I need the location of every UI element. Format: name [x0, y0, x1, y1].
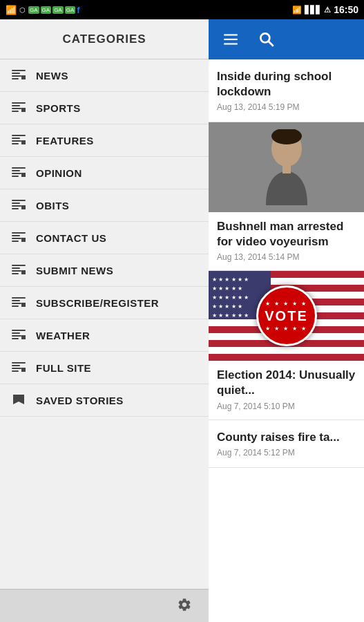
news-date-4: Aug 7, 2014 5:12 PM [217, 448, 356, 458]
svg-rect-19 [21, 173, 26, 177]
svg-rect-0 [12, 70, 26, 71]
sidebar-item-fullsite[interactable]: FULL SITE [0, 352, 209, 384]
phone-icon: 📶 [6, 5, 17, 15]
news-title-4: County raises fire ta... [217, 430, 356, 445]
sidebar-item-obits[interactable]: OBITS [0, 189, 209, 222]
svg-rect-29 [21, 238, 26, 242]
svg-rect-48 [12, 370, 19, 372]
news-title-1: Inside during school lockdown [217, 69, 356, 100]
opinion-icon [11, 167, 26, 179]
svg-rect-32 [12, 270, 21, 272]
svg-rect-46 [12, 365, 20, 366]
svg-rect-11 [12, 138, 20, 139]
settings-button[interactable] [171, 592, 198, 621]
sidebar-item-contact[interactable]: CONTACT US [0, 222, 209, 254]
subscribe-icon [11, 296, 26, 309]
sidebar-item-subscribe-label: SUBSCRIBE/REGISTER [36, 297, 159, 309]
status-bar: 📶 ⬡ GA GA GA GA f 📶 ▋▋▋ ⚠ 16:50 [0, 0, 364, 19]
svg-text:★ ★ ★ ★ ★ ★: ★ ★ ★ ★ ★ ★ [212, 294, 249, 301]
svg-rect-14 [21, 140, 26, 144]
sidebar-item-weather[interactable]: WEATHER [0, 319, 209, 352]
news-item-3[interactable]: ★ ★ ★ ★ ★ ★ ★ ★ ★ ★ ★ ★ ★ ★ ★ ★ ★ ★ ★ ★ … [209, 271, 364, 420]
vote-text: VOTE [265, 308, 307, 324]
svg-rect-22 [12, 205, 21, 207]
svg-text:★ ★ ★ ★ ★ ★: ★ ★ ★ ★ ★ ★ [212, 276, 249, 283]
signal-bars-icon: ▋▋▋ [305, 6, 321, 15]
time-display: 16:50 [334, 4, 358, 15]
svg-rect-8 [12, 111, 19, 112]
submit-icon [11, 264, 26, 276]
sidebar-item-submit-label: SUBMIT NEWS [36, 265, 113, 276]
vote-stars-bottom: ★ ★ ★ ★ ★ [265, 326, 308, 332]
saved-icon [11, 394, 26, 406]
svg-rect-3 [12, 78, 19, 79]
sidebar-item-features-label: FEATURES [36, 135, 94, 147]
sidebar-item-news[interactable]: NEWS [0, 59, 209, 92]
svg-rect-6 [12, 105, 20, 106]
app-icons: GA GA GA GA f [28, 5, 80, 15]
news-icon [11, 69, 26, 82]
sidebar-item-obits-label: OBITS [36, 200, 69, 211]
main-container: CATEGORIES NEWS [0, 19, 364, 622]
svg-rect-42 [12, 335, 21, 337]
obits-icon [11, 199, 26, 211]
sidebar-item-sports-label: SPORTS [36, 102, 81, 114]
svg-text:★ ★ ★ ★ ★: ★ ★ ★ ★ ★ [212, 285, 242, 292]
sidebar-item-opinion[interactable]: OPINION [0, 157, 209, 189]
svg-rect-40 [12, 330, 26, 331]
vote-stars: ★ ★ ★ ★ ★ [265, 301, 308, 307]
news-item-1[interactable]: Inside during school lockdown Aug 13, 20… [209, 59, 364, 122]
news-item-2[interactable]: Bushnell man arrested for video voyeuris… [209, 122, 364, 271]
svg-rect-26 [12, 235, 20, 236]
news-list: Inside during school lockdown Aug 13, 20… [209, 59, 364, 622]
svg-rect-51 [224, 39, 238, 40]
sidebar-header: CATEGORIES [0, 19, 209, 59]
svg-rect-43 [12, 338, 19, 339]
menu-button[interactable] [214, 23, 247, 56]
svg-point-53 [260, 33, 269, 42]
search-button[interactable] [250, 23, 283, 56]
svg-rect-23 [12, 208, 19, 209]
fullsite-icon [11, 361, 26, 374]
svg-rect-24 [21, 205, 26, 209]
sidebar-item-saved[interactable]: SAVED STORIES [0, 384, 209, 417]
alert-icon: ⚠ [324, 6, 331, 15]
sidebar-item-sports[interactable]: SPORTS [0, 92, 209, 124]
weather-icon [11, 329, 26, 341]
svg-rect-34 [21, 270, 26, 274]
sidebar-item-features[interactable]: FEATURES [0, 124, 209, 157]
features-icon [11, 134, 26, 147]
sidebar-item-submit[interactable]: SUBMIT NEWS [0, 254, 209, 287]
svg-rect-37 [12, 303, 21, 304]
news-item-4[interactable]: County raises fire ta... Aug 7, 2014 5:1… [209, 420, 364, 468]
svg-rect-33 [12, 273, 19, 274]
sidebar-title: CATEGORIES [62, 32, 146, 46]
svg-rect-70 [209, 354, 364, 361]
sidebar-item-opinion-label: OPINION [36, 167, 82, 179]
svg-rect-18 [12, 176, 19, 177]
status-bar-left-icons: 📶 ⬡ GA GA GA GA f [6, 5, 80, 15]
svg-rect-35 [12, 297, 26, 299]
person-silhouette-icon [259, 129, 314, 205]
sidebar: CATEGORIES NEWS [0, 19, 209, 622]
status-bar-right: 📶 ▋▋▋ ⚠ 16:50 [292, 4, 358, 15]
svg-line-54 [269, 41, 274, 46]
sidebar-item-contact-label: CONTACT US [36, 232, 106, 244]
sports-icon [11, 102, 26, 114]
svg-rect-39 [21, 303, 26, 307]
svg-rect-20 [12, 200, 26, 201]
hamburger-icon [222, 30, 240, 48]
sidebar-item-weather-label: WEATHER [36, 330, 90, 341]
svg-rect-41 [12, 332, 20, 334]
svg-text:★ ★ ★ ★ ★ ★: ★ ★ ★ ★ ★ ★ [212, 312, 249, 319]
svg-rect-44 [21, 335, 26, 339]
sidebar-item-subscribe[interactable]: SUBSCRIBE/REGISTER [0, 287, 209, 319]
svg-rect-36 [12, 300, 20, 301]
news-image-2 [209, 122, 364, 212]
svg-rect-10 [12, 135, 26, 136]
svg-rect-7 [12, 108, 21, 109]
sidebar-menu: NEWS SPORTS [0, 59, 209, 589]
svg-rect-16 [12, 170, 20, 171]
svg-rect-12 [12, 140, 21, 142]
news-image-3: ★ ★ ★ ★ ★ ★ ★ ★ ★ ★ ★ ★ ★ ★ ★ ★ ★ ★ ★ ★ … [209, 271, 364, 361]
